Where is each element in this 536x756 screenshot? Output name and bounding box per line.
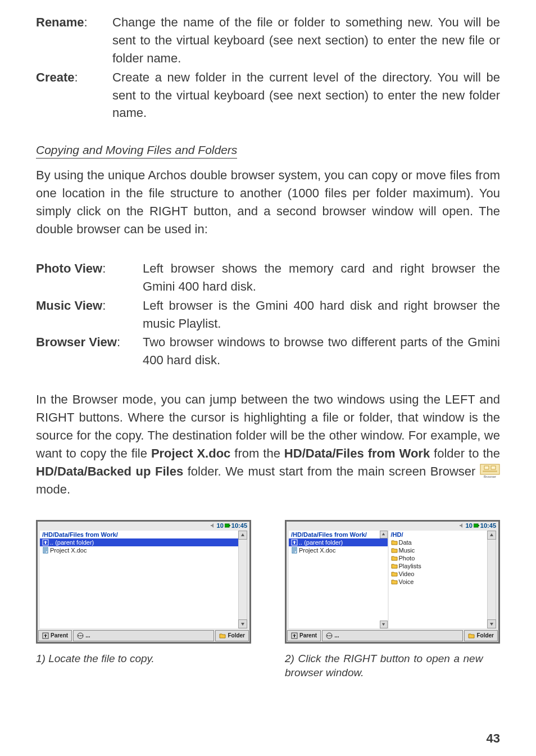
button-label: Parent — [51, 632, 68, 639]
list-item-parent[interactable]: .. (parent folder) — [40, 538, 238, 546]
up-folder-icon — [42, 632, 49, 639]
list-item-file[interactable]: Project X.doc — [40, 546, 238, 554]
screenshot-2-caption: 2) Click the RIGHT button to open a new … — [285, 651, 483, 680]
svg-rect-6 — [229, 525, 230, 526]
page-number: 43 — [487, 731, 500, 746]
view-music: Music View: Left browser is the Gmini 40… — [36, 297, 500, 333]
definition-list: Rename: Change the name of the file or f… — [36, 13, 500, 122]
example-src: HD/Data/Files from Work — [284, 446, 430, 460]
battery-icon — [474, 523, 479, 528]
battery-level: 10 — [466, 522, 473, 529]
list-item-file[interactable]: Project X.doc — [289, 546, 388, 554]
right-pane: /HD/ Data Music Photo Playlists Video Vo… — [389, 531, 488, 628]
parent-button[interactable]: Parent — [38, 630, 72, 641]
doc-icon — [42, 547, 49, 554]
svg-rect-0 — [480, 464, 499, 474]
more-button[interactable]: ... — [73, 630, 214, 641]
scroll-up-button[interactable] — [380, 531, 388, 538]
list-item[interactable]: Photo — [389, 554, 488, 562]
scroll-down-button[interactable] — [487, 619, 496, 628]
list-item-label: Photo — [399, 555, 415, 562]
list-item-label: Project X.doc — [50, 547, 87, 554]
view-photo: Photo View: Left browser shows the memor… — [36, 260, 500, 296]
view-term: Music View — [36, 298, 102, 313]
parent-button[interactable]: Parent — [287, 630, 321, 641]
battery-level: 10 — [217, 522, 224, 529]
view-term: Photo View — [36, 261, 102, 275]
view-body: Two browser windows to browse two differ… — [143, 333, 500, 369]
text: mode. — [36, 482, 70, 496]
view-browser: Browser View: Two browser windows to bro… — [36, 333, 500, 369]
path-label: /HD/ — [391, 531, 403, 538]
definition-rename: Rename: Change the name of the file or f… — [36, 13, 500, 67]
screenshot-1-caption: 1) Locate the file to copy. — [36, 651, 251, 666]
screenshot-1: 10 10:45 /HD/Data/Files from Work/ .. (p… — [36, 520, 251, 644]
svg-text:Browser: Browser — [484, 475, 496, 478]
button-label: Folder — [476, 632, 494, 639]
bottom-bar: Parent ... Folder — [38, 630, 249, 642]
term-body: Change the name of the file or folder to… — [112, 13, 500, 67]
folder-icon — [391, 563, 398, 569]
view-body: Left browser shows the memory card and r… — [143, 260, 500, 296]
speaker-icon — [210, 523, 216, 528]
list-item[interactable]: Playlists — [389, 562, 488, 570]
svg-point-12 — [80, 635, 81, 636]
more-icon — [326, 632, 333, 639]
list-item-label: Project X.doc — [299, 547, 335, 554]
list-item-label: Music — [399, 547, 415, 554]
list-item[interactable]: Data — [389, 538, 488, 546]
scroll-down-button[interactable] — [380, 621, 388, 628]
folder-button[interactable]: Folder — [464, 630, 498, 641]
list-item[interactable]: Music — [389, 546, 488, 554]
folder-icon — [391, 571, 398, 577]
status-bar: 10 10:45 — [210, 522, 247, 529]
file-list: Data Music Photo Playlists Video Voice — [389, 538, 488, 586]
speaker-icon — [459, 523, 465, 528]
more-button[interactable]: ... — [322, 630, 463, 641]
scrollbar[interactable] — [238, 540, 247, 619]
folder-icon — [391, 555, 398, 562]
svg-point-13 — [81, 635, 83, 636]
svg-point-22 — [330, 635, 331, 636]
term-label: Create — [36, 70, 74, 84]
scrollbar[interactable] — [487, 540, 496, 619]
folder-icon — [391, 539, 398, 546]
example-dst: HD/Data/Backed up Files — [36, 464, 183, 478]
clock: 10:45 — [231, 522, 247, 529]
svg-point-21 — [329, 635, 330, 636]
text: from the — [230, 446, 284, 460]
view-body: Left browser is the Gmini 400 hard disk … — [143, 297, 500, 333]
bottom-bar: Parent ... Folder — [287, 630, 498, 642]
more-icon — [77, 632, 84, 639]
scroll-up-button[interactable] — [238, 531, 247, 540]
left-pane: /HD/Data/Files from Work/ .. (parent fol… — [289, 531, 388, 628]
section-subhead: Copying and Moving Files and Folders — [36, 143, 237, 159]
folder-icon — [391, 547, 398, 554]
scroll-down-button[interactable] — [238, 619, 247, 628]
list-item[interactable]: Video — [389, 570, 488, 578]
folder-icon — [219, 632, 226, 639]
paragraph-intro: By using the unique Archos double browse… — [36, 166, 500, 238]
paragraph-example: In the Browser mode, you can jump betwee… — [36, 391, 500, 498]
clock: 10:45 — [480, 522, 496, 529]
list-item-label: .. (parent folder) — [50, 539, 94, 546]
up-folder-icon — [291, 539, 298, 546]
svg-point-11 — [78, 635, 79, 636]
button-label: ... — [334, 632, 339, 639]
svg-rect-14 — [474, 524, 478, 527]
svg-rect-5 — [225, 524, 229, 527]
screenshot-2: 10 10:45 /HD/Data/Files from Work/ — [285, 520, 500, 644]
list-item-parent[interactable]: .. (parent folder) — [289, 538, 388, 546]
status-bar: 10 10:45 — [459, 522, 496, 529]
svg-point-20 — [327, 635, 328, 636]
term-body: Create a new folder in the current level… — [112, 69, 500, 123]
doc-icon — [291, 547, 298, 554]
path-label: /HD/Data/Files from Work/ — [289, 531, 388, 538]
list-item-label: Data — [399, 539, 412, 546]
folder-button[interactable]: Folder — [215, 630, 249, 641]
list-item[interactable]: Voice — [389, 578, 488, 586]
folder-icon — [391, 578, 398, 585]
file-list: .. (parent folder) Project X.doc — [289, 538, 388, 554]
example-file: Project X.doc — [151, 446, 230, 460]
scroll-up-button[interactable] — [487, 531, 496, 540]
